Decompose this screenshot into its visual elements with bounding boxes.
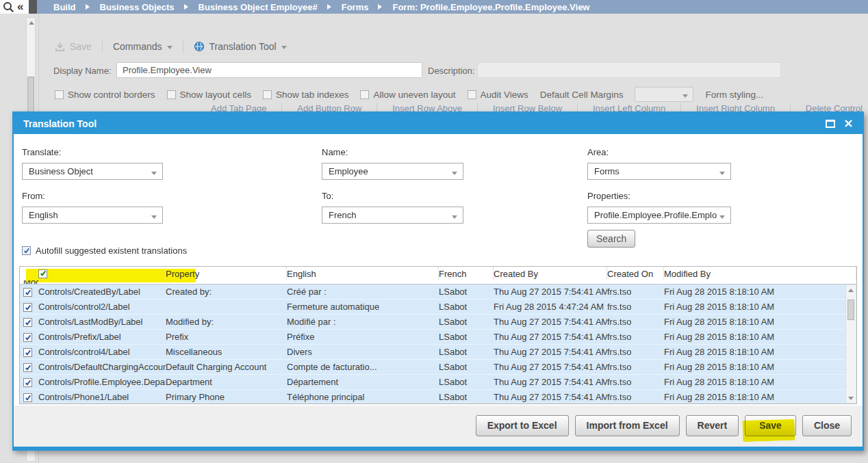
revert-button[interactable]: Revert	[686, 415, 739, 436]
check-icon	[25, 304, 30, 310]
area-label: Area:	[587, 147, 609, 157]
scrollbar-thumb[interactable]	[847, 300, 854, 320]
save-icon	[55, 42, 65, 52]
column-header-property[interactable]: Property	[166, 267, 287, 280]
show-layout-cells-option[interactable]: Show layout cells	[167, 90, 251, 100]
form-options-row: Show control borders Show layout cells S…	[55, 87, 763, 102]
save-toolbar-button[interactable]: Save	[55, 41, 92, 52]
properties-select[interactable]: Profile.Employee.Profile.Emplo	[587, 207, 731, 224]
dialog-title-bar[interactable]: Translation Tool	[14, 113, 863, 134]
row-checkbox[interactable]	[23, 318, 32, 327]
translate-select[interactable]: Business Object	[22, 163, 163, 180]
collapse-panel-icon[interactable]: «	[17, 1, 23, 13]
checkbox[interactable]	[167, 90, 176, 99]
globe-icon	[194, 41, 205, 52]
breadcrumb-item-business-objects[interactable]: Business Objects	[100, 2, 188, 12]
check-icon	[25, 334, 30, 340]
close-button[interactable]: Close	[802, 415, 852, 436]
panel-notch	[29, 0, 37, 14]
scroll-down-icon[interactable]	[848, 397, 854, 400]
commands-menu-button[interactable]: Commands	[113, 41, 173, 52]
autofill-checkbox[interactable]	[22, 246, 31, 255]
dialog-footer: Export to Excel Import from Excel Revert…	[14, 406, 863, 447]
check-icon	[25, 349, 30, 355]
column-header-modified-by[interactable]: Modified By	[664, 267, 856, 280]
column-header-french[interactable]: French	[439, 267, 494, 280]
check-icon	[25, 289, 30, 295]
close-icon[interactable]	[844, 119, 853, 128]
breadcrumb-item-current-form: Form: Profile.Employee.Profile.Employee.…	[392, 2, 589, 12]
table-row[interactable]: Controls/LastModBy/LabelModified by:Modi…	[20, 315, 856, 330]
breadcrumb-arrow-icon	[327, 4, 331, 10]
table-row[interactable]: Controls/control4/LabelMiscellaneousDive…	[20, 345, 856, 360]
table-row[interactable]: Controls/CreatedBy/LabelCreated by:Créé …	[20, 285, 856, 300]
from-label: From:	[22, 191, 45, 201]
table-row[interactable]: Controls/Phone1/LabelPrimary PhoneTéléph…	[20, 390, 856, 404]
breadcrumb-arrow-icon	[378, 4, 382, 10]
dialog-title: Translation Tool	[23, 118, 97, 129]
translations-table: Property English French Created By Creat…	[19, 266, 857, 404]
select-all-checkbox[interactable]	[38, 269, 47, 278]
breadcrumb-arrow-icon	[86, 4, 90, 10]
row-checkbox[interactable]	[23, 363, 32, 372]
chevron-down-icon	[452, 215, 457, 219]
checkbox[interactable]	[468, 90, 476, 99]
table-row[interactable]: Controls/control2/LabelFermeture automat…	[20, 300, 856, 315]
display-name-input[interactable]: Profile.Employee.View	[116, 62, 422, 78]
search-icon[interactable]	[3, 1, 14, 13]
table-header-row: Property English French Created By Creat…	[20, 267, 856, 285]
column-header-english[interactable]: English	[287, 267, 439, 280]
row-checkbox[interactable]	[23, 378, 32, 387]
description-input[interactable]	[477, 62, 781, 78]
breadcrumb-arrow-icon	[184, 4, 188, 10]
breadcrumb-item-forms[interactable]: Forms	[342, 2, 383, 12]
scrollbar-thumb[interactable]	[27, 77, 34, 112]
translation-tool-menu-button[interactable]: Translation Tool	[194, 41, 287, 52]
allow-uneven-layout-option[interactable]: Allow uneven layout	[360, 90, 455, 100]
checkbox[interactable]	[263, 90, 272, 99]
table-scrollbar[interactable]	[845, 285, 856, 403]
row-checkbox[interactable]	[23, 303, 32, 312]
default-cell-margins-select[interactable]	[635, 87, 693, 102]
row-checkbox[interactable]	[23, 393, 32, 402]
area-select[interactable]: Forms	[587, 163, 731, 180]
checkbox[interactable]	[360, 90, 369, 99]
table-row[interactable]: Controls/Prefix/LabelPrefixPréfixeLSabot…	[20, 330, 856, 345]
show-control-borders-option[interactable]: Show control borders	[55, 90, 155, 100]
table-row[interactable]: Controls/DefaultChargingAccount...Defaul…	[20, 360, 856, 375]
to-select[interactable]: French	[322, 207, 463, 224]
column-header-created-by[interactable]: Created By	[494, 267, 607, 280]
display-name-label: Display Name:	[53, 66, 112, 76]
show-tab-indexes-option[interactable]: Show tab indexes	[263, 90, 349, 100]
chevron-down-icon	[167, 46, 173, 49]
check-icon	[40, 270, 45, 276]
scroll-up-icon[interactable]	[848, 289, 854, 292]
maximize-icon[interactable]	[826, 120, 835, 128]
save-button[interactable]: Save	[745, 415, 796, 436]
toolbar-separator	[102, 40, 103, 53]
row-checkbox[interactable]	[23, 348, 32, 357]
autofill-option[interactable]: Autofill suggested existent translations	[22, 246, 187, 256]
import-from-excel-button[interactable]: Import from Excel	[575, 415, 680, 436]
row-checkbox[interactable]	[23, 333, 32, 342]
export-to-excel-button[interactable]: Export to Excel	[476, 415, 569, 436]
row-checkbox[interactable]	[23, 288, 32, 297]
translation-tool-dialog: Translation Tool Translate: Name: Area: …	[12, 111, 864, 451]
audit-views-option[interactable]: Audit Views	[468, 90, 528, 100]
check-icon	[23, 247, 29, 253]
chevron-down-icon	[151, 172, 157, 175]
check-icon	[25, 364, 30, 370]
top-bar: « Build Business Objects Business Object…	[0, 0, 868, 14]
scroll-up-icon[interactable]	[29, 21, 34, 25]
column-header-modified-on[interactable]: Modified On	[23, 280, 38, 284]
chevron-down-icon	[719, 172, 725, 175]
column-header-created-on[interactable]: Created On	[607, 267, 664, 280]
search-button[interactable]: Search	[587, 230, 635, 248]
form-styling-link[interactable]: Form styling...	[705, 90, 763, 100]
table-row[interactable]: Controls/Profile.Employee.Depart...Depar…	[20, 375, 856, 390]
from-select[interactable]: English	[22, 207, 163, 224]
checkbox[interactable]	[55, 90, 64, 99]
breadcrumb-item-business-object-employee[interactable]: Business Object Employee#	[199, 2, 331, 12]
name-select[interactable]: Employee	[322, 163, 463, 180]
breadcrumb-item-build[interactable]: Build	[53, 2, 90, 12]
